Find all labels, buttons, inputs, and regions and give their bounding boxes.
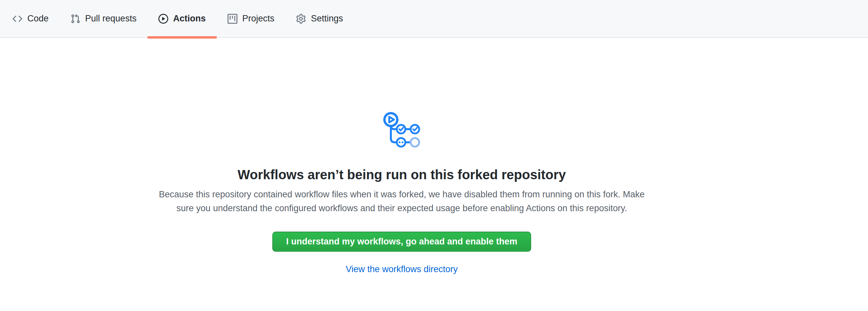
code-icon (12, 14, 22, 24)
actions-blankslate: Workflows aren’t being run on this forke… (0, 38, 803, 274)
tab-label: Code (27, 13, 49, 24)
blankslate-description: Because this repository contained workfl… (0, 187, 803, 215)
enable-workflows-button[interactable]: I understand my workflows, go ahead and … (272, 231, 531, 252)
active-tab-indicator (148, 36, 217, 38)
tab-projects[interactable]: Projects (217, 0, 285, 37)
tab-label: Settings (311, 13, 343, 24)
link-row: View the workflows directory (0, 264, 803, 274)
tab-settings[interactable]: Settings (285, 0, 354, 37)
workflows-directory-link[interactable]: View the workflows directory (346, 264, 458, 274)
tab-label: Actions (173, 13, 206, 24)
gear-icon (296, 14, 306, 24)
description-line-2: sure you understand the configured workf… (0, 201, 803, 215)
repo-nav: Code Pull requests Actions Projects Sett… (0, 0, 868, 38)
tab-label: Projects (242, 13, 275, 24)
button-row: I understand my workflows, go ahead and … (0, 215, 803, 252)
play-circle-icon (158, 14, 168, 24)
tab-actions[interactable]: Actions (148, 0, 217, 37)
workflow-graph-icon (383, 112, 421, 148)
tab-label: Pull requests (85, 13, 137, 24)
tab-code[interactable]: Code (2, 0, 60, 37)
pull-request-icon (70, 14, 80, 24)
page-title: Workflows aren’t being run on this forke… (0, 166, 803, 183)
project-icon (227, 14, 238, 24)
description-line-1: Because this repository contained workfl… (0, 187, 803, 201)
tab-pull-requests[interactable]: Pull requests (60, 0, 148, 37)
